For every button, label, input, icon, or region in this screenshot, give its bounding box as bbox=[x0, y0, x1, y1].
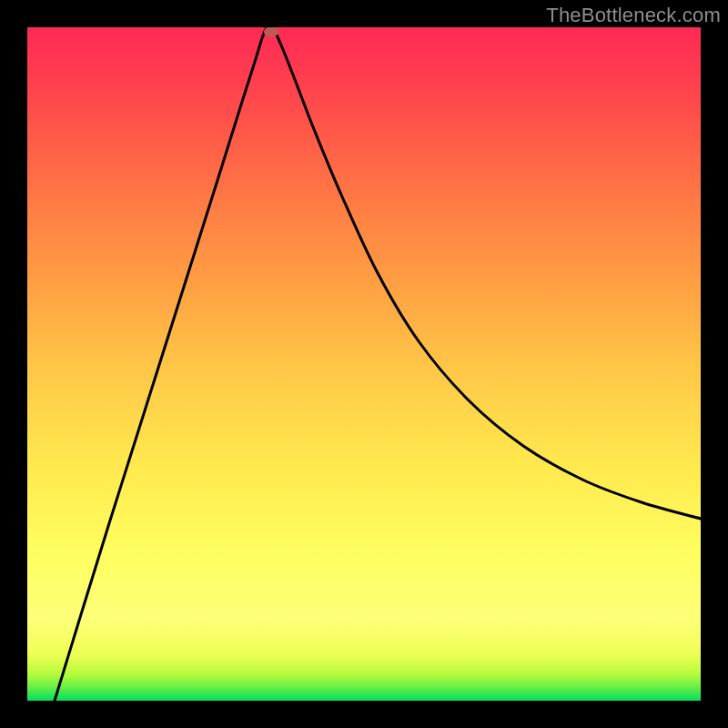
bottleneck-curve bbox=[27, 27, 701, 701]
watermark-text: TheBottleneck.com bbox=[546, 4, 721, 27]
minimum-marker bbox=[264, 27, 278, 36]
plot-area bbox=[27, 27, 701, 701]
chart-frame: TheBottleneck.com bbox=[0, 0, 728, 728]
